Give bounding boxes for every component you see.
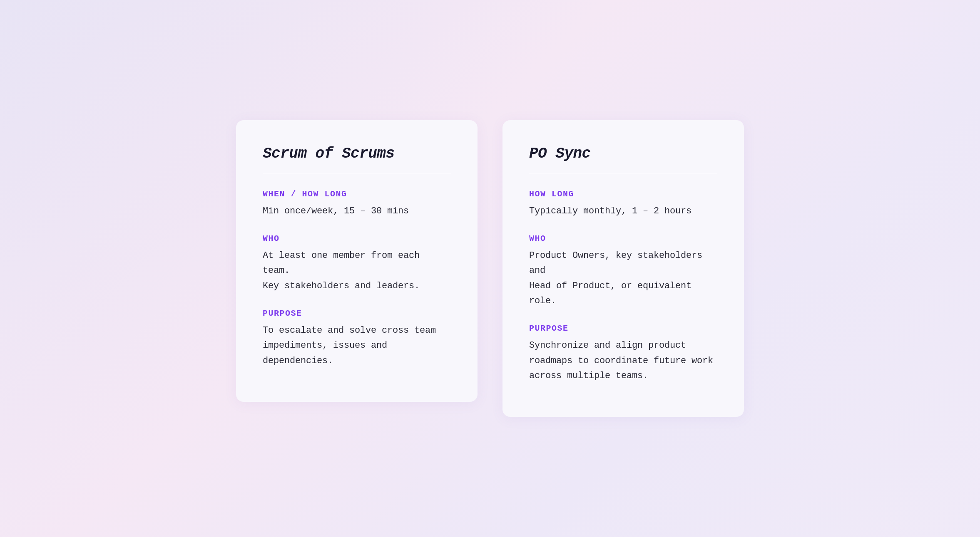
card-title-scrum-of-scrums: Scrum of Scrums — [263, 145, 451, 162]
section-text-po-sync-purpose: Synchronize and align productroadmaps to… — [529, 338, 717, 384]
section-label-scrum-of-scrums-when-how-long: WHEN / HOW LONG — [263, 189, 451, 199]
section-po-sync-purpose: PURPOSESynchronize and align productroad… — [529, 324, 717, 384]
card-title-po-sync: PO Sync — [529, 145, 717, 162]
section-text-po-sync-how-long: Typically monthly, 1 – 2 hours — [529, 204, 717, 219]
card-po-sync: PO SyncHOW LONGTypically monthly, 1 – 2 … — [502, 120, 744, 417]
cards-container: Scrum of ScrumsWHEN / HOW LONGMin once/w… — [211, 95, 769, 442]
card-scrum-of-scrums: Scrum of ScrumsWHEN / HOW LONGMin once/w… — [236, 120, 478, 402]
section-text-scrum-of-scrums-when-how-long: Min once/week, 15 – 30 mins — [263, 204, 451, 219]
section-scrum-of-scrums-who: WHOAt least one member from each team.Ke… — [263, 234, 451, 294]
section-label-scrum-of-scrums-who: WHO — [263, 234, 451, 243]
section-text-scrum-of-scrums-purpose: To escalate and solve cross teamimpedime… — [263, 323, 451, 369]
card-divider-scrum-of-scrums — [263, 174, 451, 174]
section-scrum-of-scrums-when-how-long: WHEN / HOW LONGMin once/week, 15 – 30 mi… — [263, 189, 451, 219]
section-label-po-sync-purpose: PURPOSE — [529, 324, 717, 333]
section-scrum-of-scrums-purpose: PURPOSETo escalate and solve cross teami… — [263, 309, 451, 369]
section-po-sync-who: WHOProduct Owners, key stakeholders andH… — [529, 234, 717, 309]
section-label-po-sync-how-long: HOW LONG — [529, 189, 717, 199]
section-text-scrum-of-scrums-who: At least one member from each team.Key s… — [263, 248, 451, 294]
section-label-scrum-of-scrums-purpose: PURPOSE — [263, 309, 451, 318]
section-text-po-sync-who: Product Owners, key stakeholders andHead… — [529, 248, 717, 309]
card-divider-po-sync — [529, 174, 717, 174]
section-po-sync-how-long: HOW LONGTypically monthly, 1 – 2 hours — [529, 189, 717, 219]
section-label-po-sync-who: WHO — [529, 234, 717, 243]
